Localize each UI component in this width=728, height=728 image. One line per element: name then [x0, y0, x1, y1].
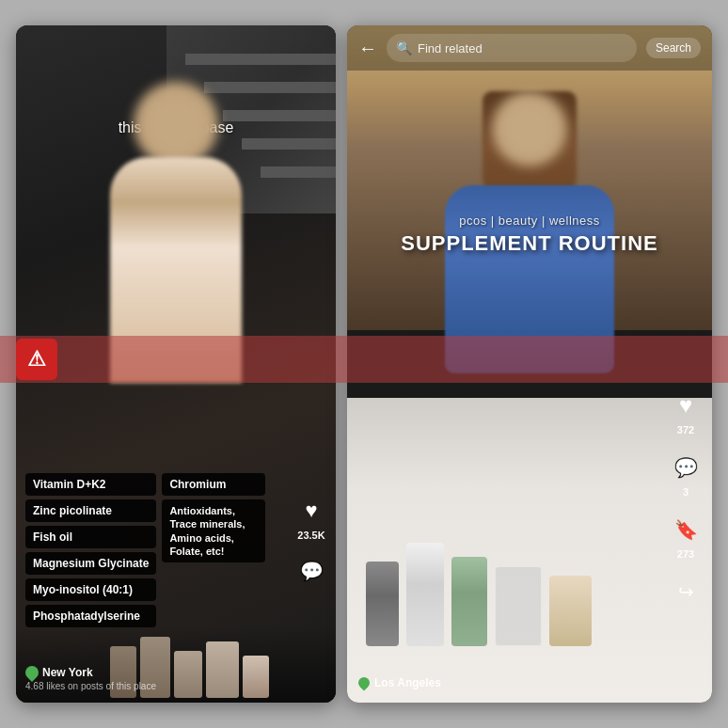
label-vitamin-d: Vitamin D+K2	[25, 473, 156, 496]
comments-action[interactable]: 💬	[294, 554, 328, 590]
heart-icon-right: ♥	[669, 388, 703, 422]
comments-action-right[interactable]: 💬 3	[669, 451, 703, 498]
saves-action-right[interactable]: 🔖 273	[669, 513, 703, 560]
comment-icon: 💬	[294, 554, 328, 588]
left-location-sub: 4.68 likes on posts of this place	[25, 681, 156, 691]
likes-action[interactable]: ♥ 23.5K	[294, 494, 328, 541]
warning-icon-box: ⚠	[16, 339, 57, 380]
pin-icon-left	[23, 663, 41, 682]
left-person-head	[134, 82, 218, 166]
labels-col-2: Chromium Antioxidants, Trace minerals, A…	[162, 473, 265, 627]
share-action-right[interactable]: ↪	[669, 575, 703, 609]
comments-count-right: 3	[683, 486, 688, 498]
left-card-actions: ♥ 23.5K 💬	[294, 494, 328, 590]
likes-count-right: 372	[677, 424, 694, 435]
comment-icon-right: 💬	[669, 451, 703, 484]
overlay-text-right: pcos | beauty | wellness SUPPLEMENT ROUT…	[347, 214, 712, 256]
right-location: Los Angeles	[358, 676, 441, 689]
bottle-right-3	[451, 557, 487, 646]
share-icon-right: ↪	[669, 575, 703, 609]
warning-icon: ⚠	[27, 347, 46, 372]
saves-count-right: 273	[677, 548, 694, 560]
bottles-right	[366, 533, 665, 646]
heart-icon: ♥	[294, 494, 328, 528]
left-location-text: New York	[42, 666, 93, 679]
label-zinc: Zinc picolinate	[25, 499, 156, 522]
bottle-right-5	[549, 576, 592, 646]
search-icon: 🔍	[396, 40, 412, 55]
bottle-right-4	[495, 566, 542, 646]
right-person-head	[492, 91, 567, 166]
top-bar-right: ← 🔍 Find related Search	[347, 25, 712, 71]
bottle-left-5	[243, 656, 269, 698]
right-location-text: Los Angeles	[374, 676, 441, 689]
overlay-title: SUPPLEMENT ROUTINE	[347, 231, 712, 256]
label-myo-inositol: Myo-inositol (40:1)	[25, 578, 156, 601]
likes-action-right[interactable]: ♥ 372	[669, 388, 703, 435]
search-button[interactable]: Search	[646, 38, 701, 58]
label-antioxidants: Antioxidants, Trace minerals, Amino acid…	[162, 499, 265, 562]
label-fish-oil: Fish oil	[25, 526, 156, 548]
likes-count: 23.5K	[297, 530, 324, 541]
overlay-subtitle: pcos | beauty | wellness	[347, 214, 712, 228]
search-text: Find related	[418, 41, 483, 55]
right-card-actions: ♥ 372 💬 3 🔖 273 ↪	[669, 388, 703, 609]
bottles-area-left	[16, 627, 336, 703]
pin-icon-right	[356, 675, 372, 691]
bottle-right-1	[366, 562, 399, 646]
bottle-right-2	[406, 543, 444, 646]
back-button[interactable]: ←	[358, 38, 377, 59]
label-chromium: Chromium	[162, 473, 265, 496]
supplement-labels: Vitamin D+K2 Zinc picolinate Fish oil Ma…	[25, 473, 270, 627]
bottle-left-3	[174, 651, 202, 698]
warning-banner: ⚠	[0, 336, 728, 383]
bottle-left-4	[206, 641, 239, 698]
label-phosphatadylserine: Phosphatadylserine	[25, 605, 156, 627]
left-location: New York 4.68 likes on posts of this pla…	[25, 666, 156, 691]
bookmark-icon-right: 🔖	[669, 513, 703, 546]
search-bar[interactable]: 🔍 Find related	[387, 34, 637, 62]
labels-col-1: Vitamin D+K2 Zinc picolinate Fish oil Ma…	[25, 473, 156, 627]
label-magnesium: Magnesium Glycinate	[25, 552, 156, 575]
